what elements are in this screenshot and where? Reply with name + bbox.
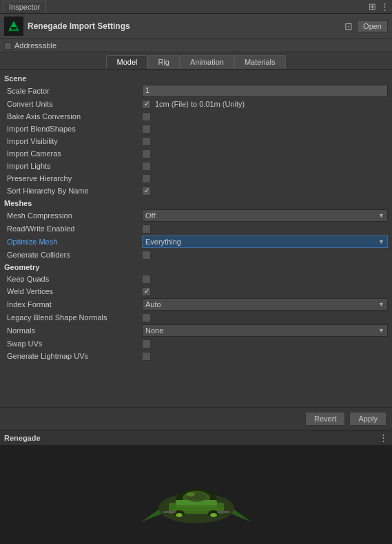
prop-convert-units: Convert Units 1cm (File) to 0.01m (Unity… [4, 98, 388, 110]
prop-label-legacy-blend-shape: Legacy Blend Shape Normals [4, 313, 142, 322]
legacy-blend-shape-checkbox[interactable] [142, 313, 151, 322]
preview-header: Renegade ⋮ [0, 430, 392, 446]
prop-label-keep-quads: Keep Quads [4, 275, 142, 283]
preview-menu-icon[interactable]: ⋮ [379, 432, 388, 443]
menu-icon[interactable]: ⋮ [380, 1, 389, 12]
prop-sort-hierarchy: Sort Hierarchy By Name [4, 185, 388, 197]
optimize-mesh-dropdown[interactable]: Everything ▼ [142, 236, 388, 248]
index-format-value: Auto [145, 300, 161, 308]
tab-materials[interactable]: Materials [234, 55, 286, 69]
index-format-dropdown[interactable]: Auto ▼ [142, 298, 388, 311]
tab-model[interactable]: Model [106, 55, 147, 69]
prop-weld-vertices: Weld Vertices [4, 285, 388, 297]
prop-label-generate-lightmap: Generate Lightmap UVs [4, 352, 142, 360]
prop-label-mesh-compression: Mesh Compression [4, 211, 142, 220]
prop-bake-axis: Bake Axis Conversion [4, 110, 388, 123]
inspector-header-icons: ⊞ ⋮ [369, 1, 389, 12]
prop-label-import-visibility: Import Visibility [4, 137, 142, 145]
bake-axis-checkbox[interactable] [142, 112, 151, 121]
svg-rect-17 [163, 511, 176, 513]
asset-icon [4, 17, 23, 36]
normals-dropdown[interactable]: None ▼ [142, 324, 388, 337]
import-visibility-checkbox[interactable] [142, 137, 151, 146]
tabs-bar: Model Rig Animation Materials [0, 52, 392, 70]
tab-animation[interactable]: Animation [180, 55, 234, 69]
asset-title: Renegade Import Settings [28, 21, 340, 31]
optimize-mesh-arrow-icon: ▼ [378, 238, 384, 245]
prop-generate-lightmap: Generate Lightmap UVs [4, 350, 388, 362]
svg-marker-9 [231, 510, 251, 522]
prop-scale-factor: Scale Factor 1 [4, 84, 388, 98]
prop-label-weld-vertices: Weld Vertices [4, 287, 142, 295]
prop-import-blendshapes: Import BlendShapes [4, 123, 388, 135]
prop-import-cameras: Import Cameras [4, 147, 388, 160]
prop-mesh-compression: Mesh Compression Off ▼ [4, 209, 388, 222]
import-blendshapes-checkbox[interactable] [142, 125, 151, 134]
keep-quads-checkbox[interactable] [142, 275, 151, 284]
import-lights-checkbox[interactable] [142, 162, 151, 171]
import-cameras-checkbox[interactable] [142, 149, 151, 158]
prop-label-swap-uvs: Swap UVs [4, 339, 142, 348]
generate-lightmap-checkbox[interactable] [142, 352, 151, 361]
addressable-label: Addressable [14, 41, 56, 50]
generate-colliders-checkbox[interactable] [142, 251, 151, 260]
convert-units-text: 1cm (File) to 0.01m (Unity) [151, 100, 388, 108]
bottom-action-bar: Revert Apply [0, 407, 392, 430]
prop-optimize-mesh: Optimize Mesh Everything ▼ [4, 235, 388, 249]
scale-factor-input[interactable]: 1 [142, 85, 388, 97]
prop-label-generate-colliders: Generate Colliders [4, 251, 142, 259]
preserve-hierarchy-checkbox[interactable] [142, 174, 151, 183]
mesh-compression-arrow-icon: ▼ [378, 212, 384, 219]
sort-hierarchy-checkbox[interactable] [142, 187, 151, 196]
open-button[interactable]: Open [357, 20, 388, 32]
tab-rig[interactable]: Rig [147, 55, 180, 69]
normals-value: None [145, 326, 163, 335]
prop-label-normals: Normals [4, 326, 142, 335]
prop-label-scale-factor: Scale Factor [4, 87, 142, 95]
prop-swap-uvs: Swap UVs [4, 337, 388, 350]
swap-uvs-checkbox[interactable] [142, 339, 151, 348]
prop-label-import-lights: Import Lights [4, 162, 142, 170]
prop-label-import-cameras: Import Cameras [4, 149, 142, 158]
addressable-bar: Addressable [0, 39, 392, 52]
spaceship-preview [134, 460, 258, 544]
revert-button[interactable]: Revert [305, 412, 345, 426]
prop-label-index-format: Index Format [4, 300, 142, 308]
prop-generate-colliders: Generate Colliders [4, 249, 388, 261]
mesh-compression-dropdown[interactable]: Off ▼ [142, 209, 388, 222]
preview-title: Renegade [4, 434, 41, 442]
geometry-section-label: Geometry [4, 261, 388, 273]
svg-point-19 [187, 492, 195, 496]
prop-label-sort-hierarchy: Sort Hierarchy By Name [4, 187, 142, 195]
prop-label-optimize-mesh: Optimize Mesh [4, 238, 142, 246]
prop-preserve-hierarchy: Preserve Hierarchy [4, 172, 388, 185]
read-write-checkbox[interactable] [142, 224, 151, 233]
weld-vertices-checkbox[interactable] [142, 287, 151, 296]
svg-rect-2 [11, 27, 17, 30]
prop-legacy-blend-shape: Legacy Blend Shape Normals [4, 311, 388, 324]
normals-arrow-icon: ▼ [378, 327, 384, 334]
inspector-tab[interactable]: Inspector [3, 1, 46, 12]
layout-icon[interactable]: ⊞ [369, 1, 376, 12]
svg-marker-8 [141, 510, 162, 522]
prop-import-lights: Import Lights [4, 160, 388, 172]
prop-label-import-blendshapes: Import BlendShapes [4, 125, 142, 133]
prop-keep-quads: Keep Quads [4, 273, 388, 285]
prop-import-visibility: Import Visibility [4, 135, 388, 147]
prop-read-write: Read/Write Enabled [4, 222, 388, 235]
inspector-header: Inspector ⊞ ⋮ [0, 0, 392, 14]
maximize-icon[interactable]: ⊡ [344, 21, 353, 32]
mesh-compression-value: Off [145, 211, 155, 220]
prop-label-convert-units: Convert Units [4, 100, 142, 108]
prop-label-read-write: Read/Write Enabled [4, 224, 142, 233]
convert-units-checkbox[interactable] [142, 100, 151, 109]
addressable-checkbox[interactable] [4, 42, 12, 50]
main-content: Scene Scale Factor 1 Convert Units 1cm (… [0, 70, 392, 407]
asset-header: Renegade Import Settings ⊡ Open [0, 14, 392, 39]
prop-label-preserve-hierarchy: Preserve Hierarchy [4, 174, 142, 182]
apply-button[interactable]: Apply [349, 412, 386, 426]
prop-index-format: Index Format Auto ▼ [4, 297, 388, 311]
preview-panel: Renegade ⋮ [0, 430, 392, 544]
optimize-mesh-value: Everything [145, 238, 181, 246]
asset-header-actions: ⊡ Open [344, 20, 388, 32]
